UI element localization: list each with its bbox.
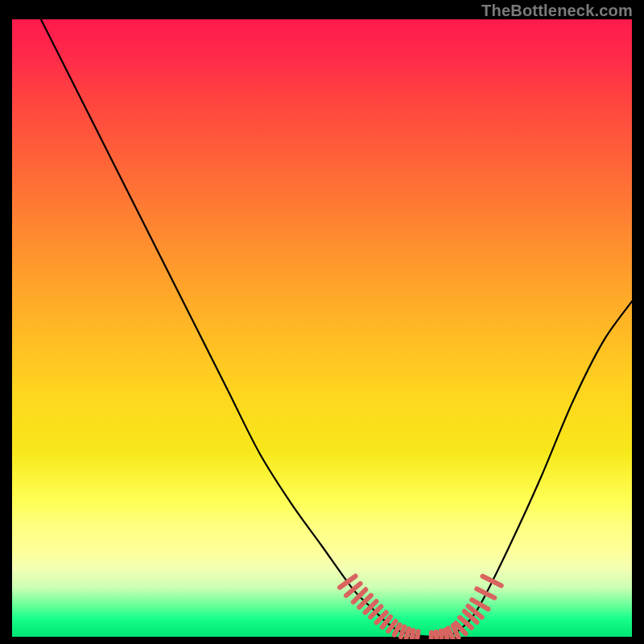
tick-mark [401, 627, 404, 638]
watermark-text: TheBottleneck.com [481, 2, 633, 20]
tick-mark [441, 631, 442, 639]
tick-mark [483, 576, 502, 586]
tick-mark [472, 600, 488, 609]
tick-mark [477, 589, 494, 598]
tick-mark [407, 629, 409, 638]
tick-group [340, 576, 502, 639]
tick-mark [394, 625, 400, 635]
tick-mark [340, 576, 356, 588]
chart-frame [10, 19, 634, 639]
tick-mark [417, 631, 419, 639]
tick-marks-layer [10, 19, 634, 639]
tick-mark [412, 630, 414, 639]
tick-mark [436, 632, 437, 639]
